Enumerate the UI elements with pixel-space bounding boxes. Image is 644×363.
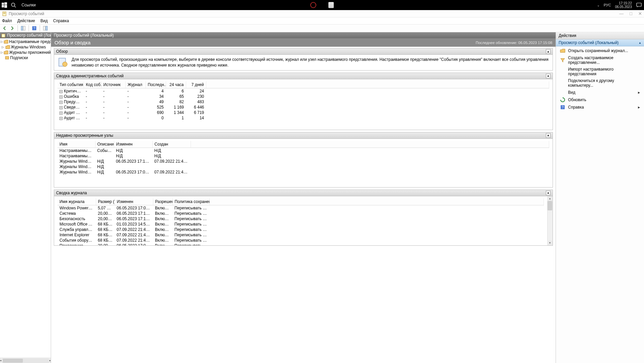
help-toolbar-button[interactable]: ? [31,25,38,32]
col-log[interactable]: Журнал [125,81,146,88]
tree-item-app-logs[interactable]: ▷ Журналы приложений и служб [0,50,51,55]
col-modified[interactable]: Изменен [114,141,152,148]
table-row[interactable]: +Аудит успеха---6901 3446 719 [57,110,549,115]
taskbar-file-icon[interactable] [328,2,334,8]
col-type[interactable]: Тип события [57,81,84,88]
svg-rect-15 [46,26,47,30]
search-icon[interactable] [11,2,16,8]
action-item[interactable]: Импорт настраиваемого представления [557,66,643,77]
col-log-name[interactable]: Имя журнала [57,198,96,205]
collapse-button[interactable]: ▲ [546,133,551,138]
expand-icon[interactable]: + [59,106,63,109]
action-pane-toggle[interactable] [42,25,49,32]
expand-icon[interactable]: + [59,112,63,115]
table-row[interactable]: Журналы Windows\При...Н/Д06.05.2023 17:0… [57,169,549,175]
col-policy[interactable]: Политика сохранения [172,198,209,205]
tree-item-custom-views[interactable]: ▷ Настраиваемые представления [0,39,51,44]
tree-item-windows-logs[interactable]: ▷ Журналы Windows [0,44,51,50]
log-summary-scrollbar[interactable]: ▴ ▾ [547,196,553,245]
action-item[interactable]: Вид▶ [557,89,643,96]
table-row[interactable]: События оборудования68 КБ/20 ...07.09.20… [57,238,544,243]
action-item[interactable]: Создать настраиваемое представление... [557,54,643,66]
windows-start-icon[interactable] [1,2,7,8]
log-summary-header[interactable]: Сводка журнала ▲ [54,190,553,196]
scroll-left-button[interactable]: ◂ [0,358,2,363]
action-item[interactable]: Обновить [557,96,643,104]
action-item[interactable]: ?Справка▶ [557,104,643,111]
recent-nodes-header[interactable]: Недавно просмотренные узлы ▲ [54,132,553,139]
admin-events-header[interactable]: Сводка административных событий ▲ [54,73,553,79]
col-size[interactable]: Размер (Т... [96,198,115,205]
table-row[interactable]: Приложение20,00 МБ/...06.05.2023 17:09:4… [57,243,544,245]
expand-icon[interactable]: + [59,95,63,98]
col-24h[interactable]: 24 часа [166,81,186,88]
close-button[interactable]: ✕ [638,11,642,16]
main-subtitle: Обзор и сводка [54,40,90,45]
col-name[interactable]: Имя [57,141,95,148]
expand-icon[interactable]: ▷ [1,40,3,43]
scroll-down-button[interactable]: ▾ [547,241,553,245]
col-source[interactable]: Источник [101,81,125,88]
expand-icon[interactable]: + [59,117,63,120]
action-item[interactable]: Открыть сохраненный журнал... [557,47,643,54]
table-row[interactable]: Настраиваемые предст...События ...Н/ДН/Д [57,148,549,153]
opera-icon[interactable] [310,2,316,8]
table-row[interactable]: Журналы Windows\Пер...Н/Д [57,164,549,169]
table-row[interactable]: Система20,00 МБ/...06.05.2023 17:10:09Вк… [57,211,544,216]
expand-icon[interactable]: ▷ [1,45,5,49]
expand-icon[interactable]: + [59,101,63,104]
table-row[interactable]: Microsoft Office Alerts68 КБ/1,0...01.03… [57,221,544,227]
minimize-button[interactable]: — [619,11,623,16]
table-row[interactable]: +Сведения---5251 1696 446 [57,105,549,110]
table-row[interactable]: +Ошибка---3465230 [57,94,549,99]
scroll-thumb[interactable] [3,359,23,363]
col-desc[interactable]: Описание [95,141,114,148]
maximize-button[interactable]: □ [630,11,632,16]
svg-rect-6 [637,3,641,6]
scroll-thumb[interactable] [548,201,552,210]
col-code[interactable]: Код соб... [84,81,101,88]
table-row[interactable]: Internet Explorer68 КБ/1,0...07.09.2022 … [57,232,544,238]
col-7d[interactable]: 7 дней [186,81,206,88]
action-item[interactable]: Подключиться к другому компьютеру... [557,77,643,89]
collapse-button[interactable]: ▲ [639,41,641,44]
taskbar-links-label[interactable]: Ссылки [22,3,36,7]
col-enabled[interactable]: Разрешено [153,198,172,205]
nav-back-button[interactable] [1,25,8,32]
menu-file[interactable]: Файл [2,18,12,23]
tray-overflow-icon[interactable]: ⌄ [597,3,600,7]
actions-sub-header[interactable]: Просмотр событий (Локальный) ▲ [556,39,644,46]
expand-icon[interactable]: + [59,90,63,93]
menu-action[interactable]: Действие [17,18,35,23]
overview-panel-header[interactable]: Обзор ▲ [54,48,553,55]
table-row[interactable]: Журналы Windows\Сис...Н/Д06.05.2023 17:1… [57,159,549,164]
scroll-up-button[interactable]: ▴ [547,196,553,201]
table-row[interactable]: +Аудит отказа---0114 [57,115,549,121]
table-row[interactable]: Настраиваемые предст...Н/ДН/Д [57,153,549,159]
language-indicator[interactable]: РУС [604,3,611,7]
show-tree-button[interactable] [20,25,27,32]
system-clock[interactable]: 17:15:22 06.05.2023 [615,1,632,9]
table-row[interactable]: +Критический---4624 [57,88,549,94]
nav-forward-button[interactable] [9,25,15,32]
table-row[interactable]: Служба управления кл...68 КБ/20 ...07.09… [57,227,544,232]
scroll-right-button[interactable]: ▸ [49,358,51,363]
table-row[interactable]: Windows PowerShell5,07 МБ/1...06.05.2023… [57,205,544,211]
col-created[interactable]: Создан [152,141,191,148]
log-summary-panel: Сводка журнала ▲ Имя журнала Размер (Т..… [54,190,553,246]
collapse-button[interactable]: ▲ [546,74,551,78]
collapse-button[interactable]: ▲ [546,49,551,54]
table-row[interactable]: Безопасность20,00 МБ/...06.05.2023 17:10… [57,216,544,221]
menu-view[interactable]: Вид [40,18,48,23]
table-row[interactable]: +Предупрежд...---4982483 [57,99,549,105]
tree-horizontal-scrollbar[interactable]: ◂ ▸ [0,358,51,363]
collapse-button[interactable]: ▲ [546,191,551,195]
col-modified[interactable]: Изменен [115,198,153,205]
menu-help[interactable]: Справка [53,18,69,23]
notification-icon[interactable] [636,2,642,8]
tree-item-subscriptions[interactable]: Подписки [0,55,51,61]
tree-root-header[interactable]: Просмотр событий (Локальный) [0,32,51,38]
chevron-right-icon: ▶ [638,91,640,94]
expand-icon[interactable]: ▷ [1,51,3,54]
col-last[interactable]: Последн... [146,81,166,88]
